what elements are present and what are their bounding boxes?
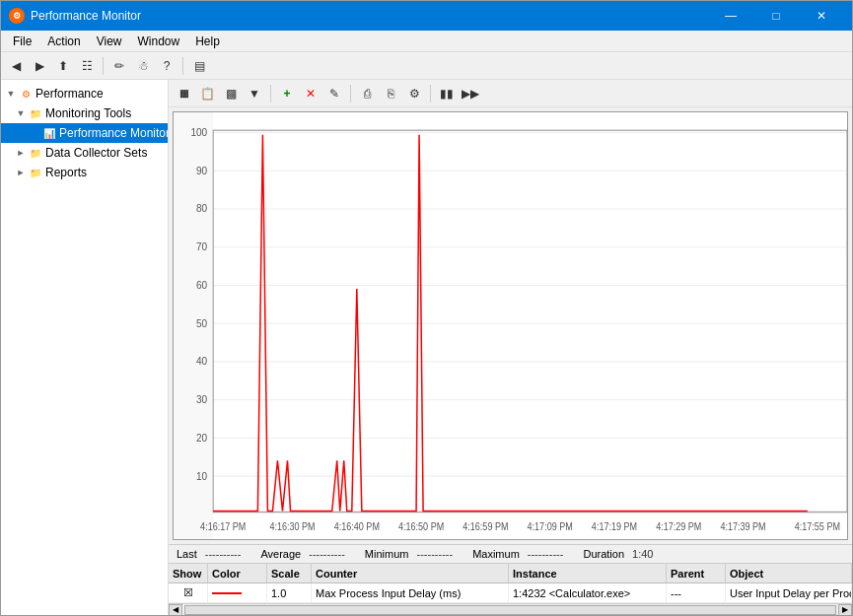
col-show: Show [169,564,208,582]
forward-button[interactable]: ▶ [29,55,50,77]
svg-text:4:17:39 PM: 4:17:39 PM [720,520,765,532]
svg-text:100: 100 [190,125,207,138]
sidebar-label-performance-monitor: Performance Monitor [59,126,168,140]
svg-text:60: 60 [196,278,207,291]
sidebar-label-monitoring-tools: Monitoring Tools [45,106,131,120]
svg-text:70: 70 [196,240,207,253]
minimum-label: Minimum [365,548,409,560]
minimum-value: ---------- [416,548,453,560]
sidebar-item-reports[interactable]: ► 📁 Reports [1,163,168,182]
expander-icon: ▼ [5,88,17,100]
menu-help[interactable]: Help [187,33,228,50]
last-label: Last [177,548,197,560]
maximum-label: Maximum [472,548,520,560]
average-label: Average [260,548,301,560]
maximum-value: ---------- [528,548,564,560]
copy-button[interactable]: ⎙ [356,83,378,104]
expander-icon: ► [15,167,27,178]
svg-text:4:16:30 PM: 4:16:30 PM [269,520,315,532]
sidebar-label-performance: Performance [36,87,104,101]
row-parent: --- [667,583,726,602]
extra-button[interactable]: ▤ [188,55,210,77]
svg-text:30: 30 [196,393,207,406]
window-controls: — □ ✕ [708,1,844,31]
highlight-button[interactable]: ✎ [323,83,345,104]
paste-button[interactable]: ⎘ [380,83,401,104]
expander-icon: ► [15,147,27,159]
menu-file[interactable]: File [5,33,39,50]
sidebar-item-data-collector-sets[interactable]: ► 📁 Data Collector Sets [1,143,168,163]
svg-rect-0 [174,112,847,539]
col-color: Color [208,564,267,582]
menu-bar: File Action View Window Help [1,31,852,52]
reports-icon: 📁 [29,166,42,179]
sidebar-item-performance[interactable]: ▼ ⚙ Performance [1,84,168,103]
graph-view-button[interactable]: ▦ [173,83,194,104]
last-value: ---------- [205,548,242,560]
scroll-right-button[interactable]: ▶ [838,604,852,616]
counter-header: Show Color Scale Counter Instance Parent… [169,564,852,583]
row-color [208,583,267,602]
menu-window[interactable]: Window [130,33,188,50]
table-row[interactable]: ☒ 1.0 Max Process Input Delay (ms) 1:423… [169,583,852,603]
chart-sep-1 [270,85,271,103]
play-button[interactable]: ▶▶ [460,83,481,104]
col-instance: Instance [509,564,667,582]
add-counter-button[interactable]: + [276,83,298,104]
main-layout: ▼ ⚙ Performance ▼ 📁 Monitoring Tools 📊 P… [1,80,852,615]
sidebar-item-performance-monitor[interactable]: 📊 Performance Monitor [1,123,168,143]
main-window: ⚙ Performance Monitor — □ ✕ File Action … [0,0,853,616]
horizontal-scrollbar[interactable]: ◀ ▶ [169,603,852,615]
chart-properties-button[interactable]: ⚙ [403,83,425,104]
maximize-button[interactable]: □ [753,1,799,31]
help-button[interactable]: ? [156,55,178,77]
row-object: User Input Delay per Proc [726,583,852,602]
view-dropdown-button[interactable]: ▼ [244,83,265,104]
menu-action[interactable]: Action [39,33,88,50]
scrollbar-track[interactable] [184,605,836,615]
svg-text:10: 10 [196,469,207,482]
row-counter: Max Process Input Delay (ms) [312,583,509,602]
col-counter: Counter [312,564,509,582]
chart-toolbar: ▦ 📋 ▩ ▼ + ✕ ✎ ⎙ ⎘ ⚙ ▮▮ ▶▶ [169,80,852,107]
average-value: ---------- [309,548,345,560]
title-bar: ⚙ Performance Monitor — □ ✕ [1,1,852,31]
up-button[interactable]: ⬆ [52,55,74,77]
counter-table: Show Color Scale Counter Instance Parent… [169,563,852,615]
sidebar-item-monitoring-tools[interactable]: ▼ 📁 Monitoring Tools [1,103,168,123]
svg-text:4:16:17 PM: 4:16:17 PM [200,520,246,532]
histogram-view-button[interactable]: ▩ [220,83,242,104]
row-instance: 1:4232 <Calculator.exe> [509,583,667,602]
menu-view[interactable]: View [89,33,130,50]
col-parent: Parent [667,564,726,582]
scroll-left-button[interactable]: ◀ [169,604,182,616]
svg-text:4:17:19 PM: 4:17:19 PM [592,520,637,532]
svg-text:20: 20 [196,431,207,444]
expander-spacer [29,127,40,139]
duration-value: 1:40 [632,548,653,560]
row-scale: 1.0 [267,583,312,602]
main-toolbar: ◀ ▶ ⬆ ☷ ✏ ☃ ? ▤ [1,52,852,80]
show-hide-tree-button[interactable]: ☷ [76,55,98,77]
svg-text:50: 50 [196,316,207,329]
report-view-button[interactable]: 📋 [196,83,218,104]
properties-button[interactable]: ✏ [108,55,130,77]
col-object: Object [726,564,852,582]
svg-text:80: 80 [196,202,207,215]
minimize-button[interactable]: — [708,1,753,31]
freeze-button[interactable]: ▮▮ [436,83,458,104]
delete-counter-button[interactable]: ✕ [300,83,321,104]
toolbar-separator-2 [182,57,183,75]
perf-monitor-icon: 📊 [42,126,56,140]
svg-text:4:16:40 PM: 4:16:40 PM [334,520,380,532]
duration-label: Duration [583,548,624,560]
chart-container: 100 90 80 70 60 50 40 30 20 10 4:16:17 P… [169,107,852,544]
back-button[interactable]: ◀ [5,55,27,77]
content-area: ▦ 📋 ▩ ▼ + ✕ ✎ ⎙ ⎘ ⚙ ▮▮ ▶▶ [169,80,852,615]
color-swatch [212,592,242,594]
row-show[interactable]: ☒ [169,583,208,602]
close-button[interactable]: ✕ [799,1,844,31]
sidebar-label-reports: Reports [45,166,87,179]
new-window-button[interactable]: ☃ [132,55,154,77]
svg-text:4:17:55 PM: 4:17:55 PM [795,520,840,532]
